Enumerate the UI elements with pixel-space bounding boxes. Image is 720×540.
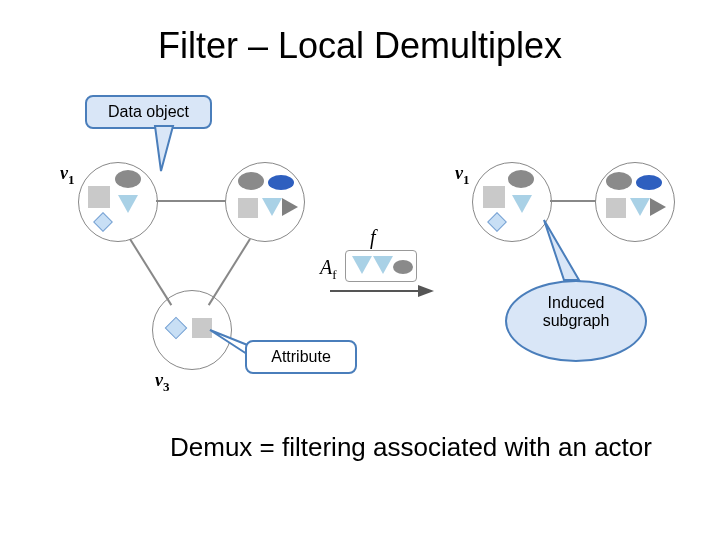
shape-oval-blue: [268, 175, 294, 190]
shape-triangle: [630, 198, 650, 216]
label-af: Af: [320, 256, 337, 283]
caption: Demux = filtering associated with an act…: [170, 432, 652, 463]
callout-attribute: Attribute: [245, 340, 357, 374]
shape-oval: [606, 172, 632, 190]
callout-data-object-label: Data object: [108, 103, 189, 120]
shape-oval: [238, 172, 264, 190]
callout-data-object-tail: [155, 126, 185, 176]
shape-square: [238, 198, 258, 218]
label-f: f: [370, 226, 376, 249]
page-title: Filter – Local Demultiplex: [0, 25, 720, 67]
shape-triangle: [512, 195, 532, 213]
svg-marker-2: [210, 330, 250, 356]
label-v1-left: v1: [60, 163, 75, 188]
shape-oval: [393, 260, 413, 274]
label-v1-right: v1: [455, 163, 470, 188]
edge: [550, 200, 596, 202]
shape-triangle: [352, 256, 372, 274]
callout-attribute-label: Attribute: [271, 348, 331, 365]
shape-triangle-right: [650, 198, 666, 216]
edge: [156, 200, 226, 202]
svg-marker-1: [544, 220, 579, 280]
shape-triangle-right: [282, 198, 298, 216]
shape-triangle: [118, 195, 138, 213]
shape-oval: [115, 170, 141, 188]
callout-data-object: Data object: [85, 95, 212, 129]
edge: [208, 238, 251, 305]
svg-marker-0: [155, 126, 173, 171]
arrow-head-icon: [418, 285, 434, 297]
shape-square: [606, 198, 626, 218]
shape-square: [192, 318, 212, 338]
callout-induced-subgraph: Induced subgraph: [505, 280, 647, 362]
shape-oval: [508, 170, 534, 188]
label-v3-left: v3: [155, 370, 170, 395]
shape-triangle: [373, 256, 393, 274]
edge: [129, 238, 172, 305]
shape-square: [88, 186, 110, 208]
arrow-line: [330, 290, 420, 292]
shape-square: [483, 186, 505, 208]
shape-oval-blue: [636, 175, 662, 190]
callout-induced-label: Induced subgraph: [543, 294, 610, 329]
shape-triangle: [262, 198, 282, 216]
